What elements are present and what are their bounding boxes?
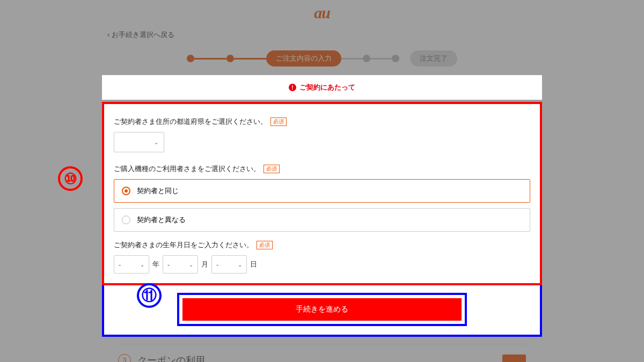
chevron-down-icon: ⌄: [140, 262, 144, 268]
unit-day: 日: [250, 260, 257, 269]
step-current: ご注文内容の入力: [266, 50, 341, 67]
step-final: 注文完了: [410, 50, 457, 67]
radio-icon: [122, 216, 130, 224]
chevron-down-icon: ⌄: [154, 139, 158, 145]
dob-year-select[interactable]: -⌄: [114, 255, 149, 274]
step-dot: [363, 55, 370, 62]
contract-notice[interactable]: ! ご契約にあたって: [102, 75, 542, 100]
section-label: クーポンの利用: [137, 354, 205, 362]
radio-different-from-contractor[interactable]: 契約者と異なる: [114, 208, 530, 232]
label-text: ご契約者さま住所の都道府県をご選択ください。: [114, 117, 267, 127]
back-link-label: お手続き選択へ戻る: [112, 31, 174, 39]
unit-year: 年: [152, 260, 159, 269]
label-text: ご購入機種のご利用者さまをご選択ください。: [114, 164, 260, 174]
dob-label: ご契約者さまの生年月日をご入力ください。 必須: [114, 240, 530, 250]
brand-logo: au: [314, 4, 330, 22]
proceed-button[interactable]: 手続きを進める: [182, 298, 462, 321]
step-dot: [226, 55, 234, 62]
notice-text: ご契約にあたって: [299, 83, 355, 92]
prefecture-label: ご契約者さま住所の都道府県をご選択ください。 必須: [114, 117, 530, 127]
modal: ! ご契約にあたって ご契約者さま住所の都道府県をご選択ください。 必須 ⌄ ご…: [102, 75, 542, 337]
chevron-down-icon: ⌄: [238, 262, 242, 268]
chevron-down-icon: ⌄: [189, 262, 193, 268]
step-bar: [341, 58, 363, 60]
select-value: -: [167, 261, 170, 269]
unit-month: 月: [201, 260, 208, 269]
back-link[interactable]: ‹ お手続き選択へ戻る: [107, 30, 174, 40]
select-value: -: [119, 261, 121, 269]
annotation-marker-11: ⑪: [137, 283, 162, 308]
dob-day-select[interactable]: -⌄: [211, 255, 247, 274]
dob-month-select[interactable]: -⌄: [163, 255, 198, 274]
step-dot: [392, 55, 399, 62]
step-dot: [187, 55, 194, 62]
radio-icon: [122, 187, 130, 195]
annotation-marker-10: ⑩: [58, 166, 83, 191]
form-panel: ご契約者さま住所の都道府県をご選択ください。 必須 ⌄ ご購入機種のご利用者さま…: [102, 102, 542, 285]
select-value: -: [216, 261, 218, 269]
step-bar: [234, 58, 266, 60]
step-bar: [194, 58, 226, 60]
label-text: ご契約者さまの生年月日をご入力ください。: [114, 240, 253, 250]
section-badge: [502, 354, 526, 362]
user-label: ご購入機種のご利用者さまをご選択ください。 必須: [114, 164, 530, 174]
required-badge: 必須: [257, 241, 273, 249]
prefecture-select[interactable]: ⌄: [114, 132, 164, 152]
required-badge: 必須: [270, 117, 287, 126]
radio-label: 契約者と異なる: [137, 215, 186, 225]
required-badge: 必須: [264, 165, 280, 173]
section-row[interactable]: 3 クーポンの利用: [118, 344, 526, 362]
alert-icon: !: [289, 84, 296, 91]
app-header: au: [0, 0, 644, 26]
radio-label: 契約者と同じ: [137, 186, 179, 196]
dob-row: -⌄ 年 -⌄ 月 -⌄ 日: [114, 255, 530, 274]
section-number: 3: [118, 354, 131, 362]
radio-same-as-contractor[interactable]: 契約者と同じ: [114, 179, 530, 203]
progress-stepper: ご注文内容の入力 注文完了: [107, 50, 537, 67]
submit-highlight: 手続きを進める: [177, 293, 467, 326]
submit-area: 手続きを進める: [102, 285, 542, 337]
step-bar: [370, 58, 392, 60]
